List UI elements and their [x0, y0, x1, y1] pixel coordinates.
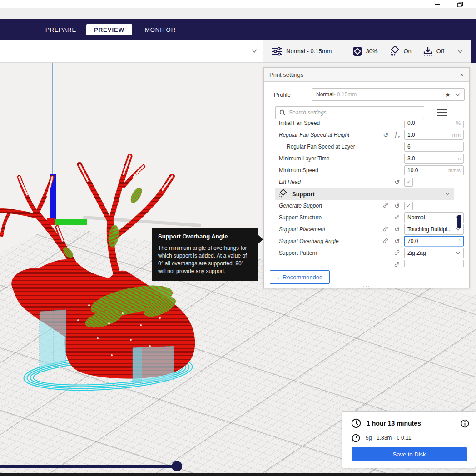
save-to-disk-button[interactable]: Save to Disk — [352, 447, 467, 461]
tooltip-title: Support Overhang Angle — [158, 233, 252, 240]
recommended-button[interactable]: ‹ Recommended — [270, 270, 330, 284]
job-summary-panel: 1 hour 13 minutes 5g · 1.83m · € 0.11 Sa… — [342, 411, 476, 468]
z-axis-indicator — [50, 174, 56, 222]
settings-visibility-menu-icon[interactable] — [437, 108, 447, 117]
setting-input[interactable]: 0.0% — [404, 121, 464, 128]
restore-icon — [457, 2, 463, 7]
menu-strip — [0, 8, 476, 19]
chevron-down-icon — [457, 49, 463, 54]
setting-input[interactable]: 10.0mm/s — [404, 165, 464, 175]
setting-row: Support Placement↺Touching Buildpl... — [264, 223, 464, 235]
setting-input[interactable] — [404, 260, 464, 267]
setting-input[interactable]: 70.0° — [404, 236, 464, 246]
stage-bar: Normal - 0.15mm 30% On — [0, 40, 476, 63]
setting-row: Support PatternZig Zag — [264, 247, 464, 259]
profile-summary: Normal - 0.15mm — [271, 46, 332, 56]
profile-label: Profile — [274, 91, 291, 98]
material-estimate: 5g · 1.83m · € 0.11 — [366, 435, 412, 441]
setting-input[interactable]: 1.0mm — [404, 130, 464, 140]
adhesion-icon — [422, 46, 433, 57]
revert-icon[interactable]: ↺ — [393, 238, 401, 244]
window-edge-strip — [471, 40, 476, 63]
panel-header[interactable]: Print settings × — [264, 68, 469, 82]
tooltip-arrow — [258, 234, 263, 244]
minimize-button[interactable] — [431, 1, 443, 7]
setting-row: Lift Head↺✓ — [264, 176, 464, 188]
printer-selector[interactable] — [0, 40, 263, 63]
infill-summary: 30% — [352, 46, 377, 56]
support-summary: On — [389, 46, 411, 57]
scrollbar-thumb[interactable] — [457, 215, 461, 228]
profile-row: Profile Normal - 0.15mm ★ — [264, 88, 469, 101]
tab-prepare[interactable]: PREPARE — [44, 19, 78, 40]
adhesion-summary: Off — [422, 46, 444, 57]
function-icon[interactable]: ƒx — [393, 131, 401, 139]
link-icon[interactable] — [393, 261, 401, 267]
setting-row — [264, 259, 464, 267]
main-navbar: PREPARE PREVIEW MONITOR Marketplace Sign… — [0, 19, 476, 40]
star-icon: ★ — [445, 91, 451, 98]
setting-row: Support StructureNormal — [264, 212, 464, 223]
search-box[interactable] — [275, 106, 424, 119]
support-icon — [278, 189, 288, 198]
infill-icon — [352, 46, 362, 56]
setting-checkbox[interactable]: ✓ — [404, 202, 413, 210]
panel-resize-handle[interactable]: ··· — [264, 285, 469, 288]
setting-input[interactable]: 6 — [404, 142, 464, 152]
tab-preview[interactable]: PREVIEW — [86, 24, 132, 35]
playback-slider-track[interactable] — [0, 465, 178, 468]
setting-dropdown[interactable]: Zig Zag — [404, 248, 464, 258]
panel-title: Print settings — [269, 71, 303, 78]
bottom-strip — [0, 473, 476, 476]
restore-button[interactable] — [454, 1, 466, 7]
search-input[interactable] — [289, 109, 420, 116]
setting-tooltip: Support Overhang Angle The minimum angle… — [152, 228, 258, 281]
search-icon — [279, 109, 286, 116]
setting-row: Regular Fan Speed at Height↺ƒx1.0mm — [264, 129, 464, 141]
info-icon[interactable] — [461, 419, 469, 428]
setting-row: Generate Support↺✓ — [264, 200, 464, 212]
clock-icon — [351, 418, 361, 428]
print-settings-panel: Print settings × Profile Normal - 0.15mm… — [263, 67, 470, 288]
support-icon — [389, 46, 400, 57]
print-settings-summary-bar[interactable]: Normal - 0.15mm 30% On — [263, 40, 471, 63]
sliders-icon — [271, 46, 283, 56]
settings-list: Initial Fan Speed0.0%Regular Fan Speed a… — [264, 121, 464, 267]
setting-row: Support Overhang Angle↺70.0° — [264, 235, 464, 247]
section-support[interactable]: Support — [275, 188, 454, 200]
tab-monitor[interactable]: MONITOR — [143, 19, 178, 40]
profile-dropdown[interactable]: Normal - 0.15mm ★ — [312, 88, 465, 101]
close-icon[interactable]: × — [460, 71, 464, 78]
link-icon[interactable] — [382, 238, 389, 245]
tooltip-body: The minimum angle of overhangs for which… — [158, 244, 252, 275]
back-chevron-icon: ‹ — [277, 274, 279, 281]
setting-row: Initial Fan Speed0.0% — [264, 121, 464, 129]
revert-icon[interactable]: ↺ — [393, 203, 401, 209]
origin-indicator — [47, 218, 55, 225]
search-row — [264, 106, 469, 119]
z-axis-guide-line — [52, 63, 53, 175]
setting-dropdown[interactable]: Touching Buildpl... — [404, 224, 464, 235]
revert-icon[interactable]: ↺ — [393, 226, 401, 233]
setting-row: Minimum Layer Time3.0s — [264, 153, 464, 164]
title-bar — [0, 0, 476, 8]
setting-dropdown[interactable]: Normal — [404, 212, 464, 223]
x-axis-indicator — [55, 219, 87, 225]
revert-icon[interactable]: ↺ — [393, 179, 401, 185]
chevron-down-icon — [251, 49, 258, 53]
link-icon[interactable] — [382, 226, 389, 233]
revert-icon[interactable]: ↺ — [382, 132, 389, 138]
link-icon[interactable] — [393, 214, 401, 221]
material-spool-icon — [352, 434, 360, 442]
setting-checkbox[interactable]: ✓ — [404, 178, 413, 187]
setting-row: Minimum Speed10.0mm/s — [264, 164, 464, 176]
minimize-icon — [435, 4, 440, 5]
print-time-estimate: 1 hour 13 minutes — [367, 420, 421, 427]
chevron-down-icon — [456, 251, 461, 255]
link-icon[interactable] — [393, 249, 401, 257]
link-icon[interactable] — [382, 202, 389, 209]
playback-slider-handle[interactable] — [172, 461, 182, 471]
chevron-down-icon — [445, 192, 450, 196]
setting-input[interactable]: 3.0s — [404, 154, 464, 164]
chevron-down-icon — [455, 93, 461, 97]
